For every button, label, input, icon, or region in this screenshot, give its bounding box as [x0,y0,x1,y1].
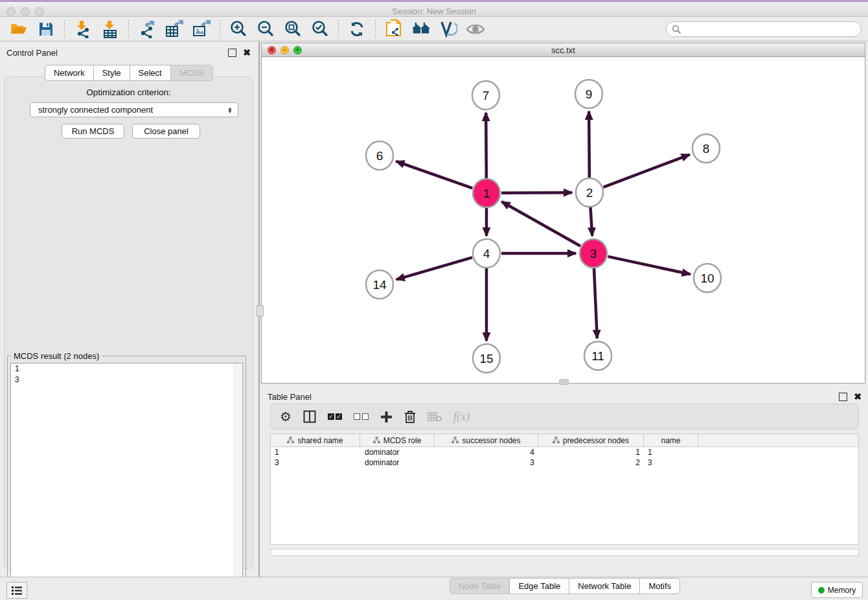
select-all-checkboxes-icon[interactable]: ✓✓ [328,413,342,420]
horizontal-splitter-grip[interactable] [559,379,569,385]
add-column-icon[interactable] [380,411,393,423]
vertical-splitter-grip[interactable] [257,305,264,317]
graph-node-label: 7 [483,89,490,102]
graph-node-label: 8 [703,142,710,156]
zoom-in-icon[interactable] [229,19,248,39]
import-network-icon[interactable] [73,19,93,39]
tab-network-table[interactable]: Network Table [569,578,640,594]
close-panel-button[interactable]: Close panel [132,124,200,139]
zoom-fit-icon[interactable] [283,19,303,39]
tab-select[interactable]: Select [130,65,171,81]
column-header-predecessor-nodes[interactable]: predecessor nodes [538,434,644,446]
graph-node-label: 14 [372,278,387,292]
run-mcds-button[interactable]: Run MCDS [62,124,124,139]
refresh-icon[interactable] [347,19,367,39]
table-toolbar: ⚙ ✓✓ f(x) [270,404,859,430]
table-row[interactable]: 1 dominator 4 1 1 [271,447,858,457]
export-network-icon[interactable] [137,19,157,39]
hierarchy-icon [553,437,560,444]
cell-predecessor-nodes[interactable]: 1 [538,448,644,457]
graph-edge-3-11[interactable] [594,268,597,338]
mcds-result-title: MCDS result (2 nodes) [11,351,102,361]
mcds-result-item[interactable]: 1 [11,363,242,375]
node-table[interactable]: shared name MCDS role successor nodes pr… [270,433,859,545]
import-table-icon[interactable] [100,19,120,39]
close-panel-icon[interactable]: ✖ [243,49,251,56]
float-panel-icon[interactable] [228,49,236,57]
table-row[interactable]: 3 dominator 3 2 3 [271,457,858,468]
cell-shared-name[interactable]: 3 [271,458,360,467]
toolbar-separator [128,20,129,38]
zoom-out-icon[interactable] [256,19,275,39]
graph-edge-3-10[interactable] [608,257,690,274]
graph-edge-1-7[interactable] [486,113,486,178]
graph-edge-1-6[interactable] [396,161,472,188]
network-canvas[interactable]: 7968124314101511 [262,57,865,383]
home-icon[interactable] [411,19,431,39]
optimization-label: Optimization criterion: [5,87,253,97]
tab-node-table[interactable]: Node Table [450,578,510,594]
graph-edge-1-2[interactable] [501,192,572,193]
tab-edge-table[interactable]: Edge Table [509,578,569,594]
column-header-mcds-role[interactable]: MCDS role [360,434,435,446]
search-input[interactable] [666,21,862,37]
graph-node-label: 4 [483,247,490,260]
tab-style[interactable]: Style [93,65,130,81]
mcds-result-item[interactable]: 3 [11,375,242,386]
column-header-shared-name[interactable]: shared name [271,434,360,446]
column-header-name[interactable]: name [644,434,698,446]
table-scrollbar-track[interactable] [270,549,859,556]
column-header-successor-nodes[interactable]: successor nodes [435,434,538,446]
graph-node-label: 10 [700,271,714,285]
table-header-row: shared name MCDS role successor nodes pr… [271,434,858,447]
close-panel-icon[interactable]: ✖ [854,393,862,400]
cell-predecessor-nodes[interactable]: 2 [538,458,644,467]
cell-name[interactable]: 1 [644,448,698,457]
graph-edge-3-1[interactable] [502,202,580,246]
control-panel-tabbar: Network Style Select MCDS [0,65,257,81]
table-panel: Table Panel ✖ ⚙ ✓✓ f(x) shared name [261,386,868,577]
eye-icon[interactable] [466,19,485,39]
graph-edge-2-3[interactable] [590,207,592,236]
vizmapper-icon[interactable] [439,19,458,39]
graph-edge-4-14[interactable] [396,257,472,279]
hierarchy-icon [287,437,294,444]
cell-successor-nodes[interactable]: 3 [435,458,538,467]
criterion-dropdown[interactable]: strongly connected component ▲▼ [30,102,238,117]
deselect-checkboxes-icon[interactable] [354,413,369,420]
float-panel-icon[interactable] [839,393,847,401]
save-icon[interactable] [36,19,56,39]
network-window-titlebar[interactable]: ✕ − + scc.txt [262,43,865,57]
zoom-selected-icon[interactable] [310,19,330,39]
hierarchy-icon [451,437,459,444]
export-image-icon[interactable] [192,19,211,39]
tab-mcds[interactable]: MCDS [170,65,213,81]
open-folder-icon[interactable] [9,19,29,39]
graph-edge-2-8[interactable] [604,155,690,187]
graph-node-label: 15 [479,352,493,365]
cell-mcds-role[interactable]: dominator [360,458,435,467]
task-history-button[interactable] [6,582,27,599]
control-panel-title: Control Panel [6,48,228,58]
network-file-icon[interactable] [384,19,404,39]
toolbar-separator [220,20,220,38]
settings-gear-icon[interactable]: ⚙ [280,409,291,424]
delete-column-icon[interactable] [404,410,416,424]
tab-motifs[interactable]: Motifs [639,578,680,594]
graph-edge-2-9[interactable] [589,111,589,178]
mcds-result-group: MCDS result (2 nodes) 1 3 [7,356,246,600]
main-titlebar: Session: New Session [0,2,868,17]
task-list-icon [11,585,23,595]
graph-node-label: 11 [591,349,604,363]
scrollbar-track[interactable] [234,364,242,597]
cell-name[interactable]: 3 [644,458,698,467]
split-columns-icon[interactable] [303,410,316,423]
export-table-icon[interactable] [165,19,184,39]
tab-network[interactable]: Network [45,65,94,81]
table-panel-header: Table Panel ✖ [261,386,868,405]
cell-shared-name[interactable]: 1 [271,448,360,457]
cell-mcds-role[interactable]: dominator [360,448,435,457]
hierarchy-icon [373,437,380,444]
mcds-result-list[interactable]: 1 3 [10,363,243,599]
cell-successor-nodes[interactable]: 4 [435,448,538,457]
